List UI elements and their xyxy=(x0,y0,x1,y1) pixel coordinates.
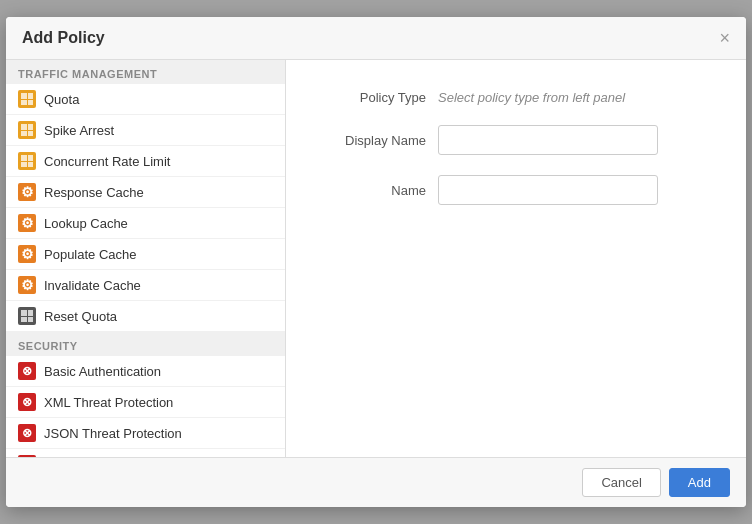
modal-body: TRAFFIC MANAGEMENTQuotaSpike ArrestConcu… xyxy=(6,60,746,457)
left-panel: TRAFFIC MANAGEMENTQuotaSpike ArrestConcu… xyxy=(6,60,286,457)
policy-item-spike-arrest[interactable]: Spike Arrest xyxy=(6,115,285,146)
policy-label-invalidate-cache: Invalidate Cache xyxy=(44,278,141,293)
display-name-label: Display Name xyxy=(326,133,426,148)
policy-item-quota[interactable]: Quota xyxy=(6,84,285,115)
policy-label-xml-threat: XML Threat Protection xyxy=(44,395,173,410)
policy-type-label: Policy Type xyxy=(326,90,426,105)
section-header-security: SECURITY xyxy=(6,332,285,356)
policy-item-json-threat[interactable]: ⊗JSON Threat Protection xyxy=(6,418,285,449)
policy-item-xml-threat[interactable]: ⊗XML Threat Protection xyxy=(6,387,285,418)
name-row: Name xyxy=(326,175,706,205)
policy-item-response-cache[interactable]: ⚙Response Cache xyxy=(6,177,285,208)
policy-icon-basic-auth: ⊗ xyxy=(18,362,36,380)
policy-icon-lookup-cache: ⚙ xyxy=(18,214,36,232)
policy-label-concurrent-rate-limit: Concurrent Rate Limit xyxy=(44,154,170,169)
modal-header: Add Policy × xyxy=(6,17,746,60)
policy-icon-xml-threat: ⊗ xyxy=(18,393,36,411)
name-input[interactable] xyxy=(438,175,658,205)
display-name-row: Display Name xyxy=(326,125,706,155)
policy-item-lookup-cache[interactable]: ⚙Lookup Cache xyxy=(6,208,285,239)
policy-label-response-cache: Response Cache xyxy=(44,185,144,200)
add-button[interactable]: Add xyxy=(669,468,730,497)
close-button[interactable]: × xyxy=(719,29,730,47)
policy-label-basic-auth: Basic Authentication xyxy=(44,364,161,379)
policy-item-concurrent-rate-limit[interactable]: Concurrent Rate Limit xyxy=(6,146,285,177)
policy-icon-populate-cache: ⚙ xyxy=(18,245,36,263)
policy-label-json-threat: JSON Threat Protection xyxy=(44,426,182,441)
policy-icon-reset-quota xyxy=(18,307,36,325)
right-panel: Policy Type Select policy type from left… xyxy=(286,60,746,457)
policy-icon-concurrent-rate-limit xyxy=(18,152,36,170)
policy-icon-invalidate-cache: ⚙ xyxy=(18,276,36,294)
policy-item-populate-cache[interactable]: ⚙Populate Cache xyxy=(6,239,285,270)
policy-item-invalidate-cache[interactable]: ⚙Invalidate Cache xyxy=(6,270,285,301)
policy-icon-json-threat: ⊗ xyxy=(18,424,36,442)
add-policy-modal: Add Policy × TRAFFIC MANAGEMENTQuotaSpik… xyxy=(6,17,746,507)
policy-icon-quota xyxy=(18,90,36,108)
policy-label-reset-quota: Reset Quota xyxy=(44,309,117,324)
policy-label-spike-arrest: Spike Arrest xyxy=(44,123,114,138)
policy-label-populate-cache: Populate Cache xyxy=(44,247,137,262)
cancel-button[interactable]: Cancel xyxy=(582,468,660,497)
modal-overlay: Add Policy × TRAFFIC MANAGEMENTQuotaSpik… xyxy=(0,0,752,524)
policy-type-row: Policy Type Select policy type from left… xyxy=(326,90,706,105)
display-name-input[interactable] xyxy=(438,125,658,155)
policy-type-placeholder: Select policy type from left panel xyxy=(438,90,625,105)
policy-item-regex-protection[interactable]: ⊗Regular Expression Protection xyxy=(6,449,285,457)
policy-icon-spike-arrest xyxy=(18,121,36,139)
section-header-traffic-management: TRAFFIC MANAGEMENT xyxy=(6,60,285,84)
policy-label-lookup-cache: Lookup Cache xyxy=(44,216,128,231)
name-label: Name xyxy=(326,183,426,198)
modal-footer: Cancel Add xyxy=(6,457,746,507)
policy-item-reset-quota[interactable]: Reset Quota xyxy=(6,301,285,332)
modal-title: Add Policy xyxy=(22,29,105,47)
policy-label-quota: Quota xyxy=(44,92,79,107)
policy-icon-response-cache: ⚙ xyxy=(18,183,36,201)
policy-item-basic-auth[interactable]: ⊗Basic Authentication xyxy=(6,356,285,387)
